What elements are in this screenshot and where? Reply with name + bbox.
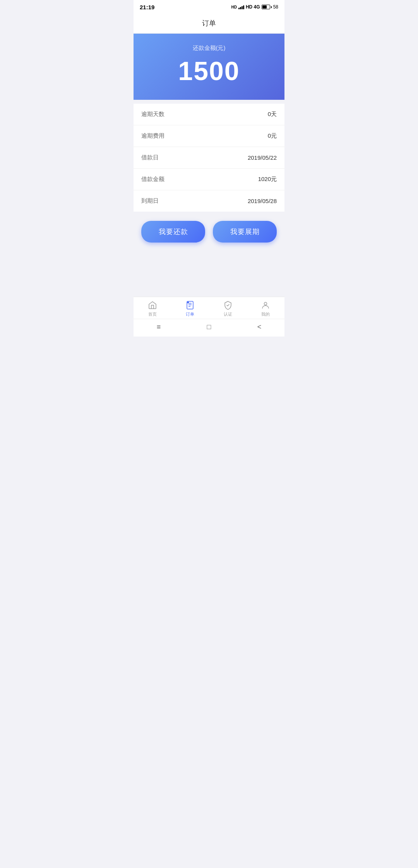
info-value: 1020元 — [258, 176, 277, 183]
status-bar: 21:19 HD HD 4G 58 — [134, 0, 284, 14]
hd-label: HD — [231, 5, 237, 9]
signal-icon — [238, 5, 244, 9]
info-label: 借款日 — [141, 154, 159, 161]
menu-button[interactable]: ≡ — [153, 323, 164, 331]
info-row: 借款日2019/05/22 — [134, 147, 284, 169]
nav-item-mine[interactable]: 我的 — [247, 300, 285, 317]
page-title: 订单 — [202, 19, 216, 27]
info-row: 逾期费用0元 — [134, 125, 284, 147]
battery-level: 58 — [273, 4, 278, 10]
status-time: 21:19 — [140, 4, 154, 10]
amount-label: 还款金额(元) — [141, 44, 277, 52]
auth-icon — [223, 300, 233, 310]
info-label: 逾期费用 — [141, 132, 164, 140]
system-nav: ≡ □ < — [134, 319, 284, 337]
svg-rect-4 — [187, 302, 189, 303]
bottom-nav: 首页 订单 认证 — [134, 297, 284, 319]
info-row: 到期日2019/05/28 — [134, 190, 284, 212]
content-spacer — [134, 250, 284, 297]
nav-item-home[interactable]: 首页 — [134, 300, 171, 317]
nav-label-order: 订单 — [186, 311, 194, 317]
nav-label-mine: 我的 — [261, 311, 270, 317]
order-icon — [185, 300, 195, 310]
info-label: 借款金额 — [141, 176, 164, 183]
battery-icon — [262, 5, 272, 9]
info-row: 逾期天数0天 — [134, 104, 284, 125]
home-icon — [147, 300, 158, 310]
extend-button[interactable]: 我要展期 — [213, 221, 277, 243]
info-value: 2019/05/22 — [248, 154, 277, 161]
svg-point-5 — [264, 302, 267, 305]
amount-banner: 还款金额(元) 1500 — [134, 34, 284, 100]
amount-value: 1500 — [141, 56, 277, 86]
network-label: HD 4G — [246, 4, 260, 10]
info-row: 借款金额1020元 — [134, 169, 284, 190]
page-header: 订单 — [134, 14, 284, 34]
nav-label-auth: 认证 — [224, 311, 232, 317]
nav-item-auth[interactable]: 认证 — [209, 300, 247, 317]
info-value: 0天 — [268, 111, 277, 118]
status-icons: HD HD 4G 58 — [231, 4, 279, 10]
info-value: 2019/05/28 — [248, 198, 277, 204]
mine-icon — [260, 300, 271, 310]
info-value: 0元 — [268, 132, 277, 140]
info-label: 到期日 — [141, 197, 159, 205]
home-button[interactable]: □ — [203, 323, 215, 331]
info-list: 逾期天数0天逾期费用0元借款日2019/05/22借款金额1020元到期日201… — [134, 104, 284, 212]
action-buttons: 我要还款 我要展期 — [134, 212, 284, 250]
info-label: 逾期天数 — [141, 111, 164, 118]
repay-button[interactable]: 我要还款 — [141, 221, 205, 243]
back-button[interactable]: < — [254, 323, 265, 331]
nav-item-order[interactable]: 订单 — [171, 300, 209, 317]
nav-label-home: 首页 — [148, 311, 157, 317]
